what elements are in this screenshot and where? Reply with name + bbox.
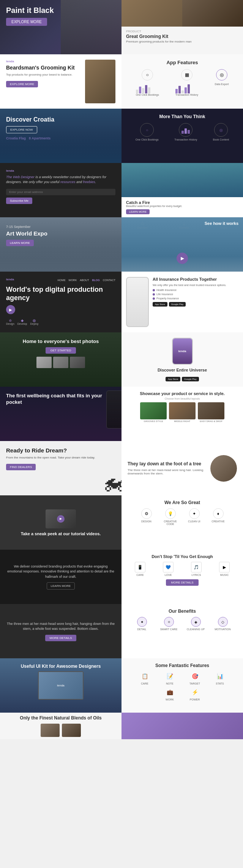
cleaning-icon: ◈ — [191, 617, 201, 627]
fantastic-label-3: TARGET — [183, 682, 206, 685]
nav-links: HOME WORK ABOUT BLOG CONTACT — [58, 279, 115, 281]
history-icon: ▦ — [181, 69, 193, 81]
creative2-label: CREATIVE — [208, 520, 229, 523]
benefit-4: ◇ MOTIVATION — [210, 617, 235, 631]
thumb-2 — [53, 357, 68, 368]
insurance-text: All Insurance Products Together We only … — [153, 277, 238, 327]
laptop-brand: lenda — [57, 684, 65, 687]
googleplay-btn[interactable]: Google Play — [169, 302, 186, 307]
discover-croatia-section: Discover Croatia EXPLORE NOW Croatia Fla… — [0, 109, 122, 163]
insurance-section: All Insurance Products Together We only … — [122, 272, 243, 332]
moto-desc: From the mountains to the open road. Tak… — [6, 455, 115, 460]
oil-img-2 — [62, 724, 81, 737]
product-image-top — [122, 0, 243, 27]
stat-2-label: Develop — [17, 323, 27, 325]
newsletter-text: The Web Designer is a weekly newsletter … — [6, 175, 115, 184]
tutorial-play-icon[interactable]: ▶ — [57, 515, 65, 523]
fire-learn-btn[interactable]: LEARN MORE — [126, 209, 150, 214]
showcase-style-1: GROOVES STYLE — [140, 402, 167, 425]
nav-blog[interactable]: BLOG — [92, 279, 99, 281]
features-title: App Features — [128, 60, 237, 65]
universe-appstore[interactable]: App Store — [166, 377, 180, 381]
row-9: 🏍 Ready to Ride Dream? From the mountain… — [0, 441, 243, 495]
expo-learn-btn[interactable]: LEARN MORE — [6, 240, 34, 246]
more-than-think-section: More Than You Think ○ One Click Bookings… — [122, 109, 243, 163]
threemen-btn[interactable]: MORE DETAILS — [45, 635, 77, 641]
export-label: Data Export — [215, 83, 229, 85]
fantastic-label-5: WORK — [158, 698, 181, 701]
insurance-1-label: Health Insurance — [156, 289, 177, 291]
care-icon: 📱 — [135, 562, 145, 572]
store-buttons: App Store Google Play — [153, 302, 238, 307]
brand-logo: lenda — [6, 60, 81, 63]
grooming-explore-btn[interactable]: EXPLORE MORE — [6, 81, 38, 87]
bookings-label: One Click Bookings — [136, 93, 159, 96]
discover-universe-section: lenda Discover Entire Universe App Store… — [122, 332, 243, 387]
more-title: More Than You Think — [128, 114, 237, 119]
benefit-1: ✦ DETAIL — [129, 617, 154, 631]
fantastic-icon-4: 📊 — [215, 671, 225, 681]
bullet-1 — [153, 289, 155, 291]
moto-dealers-btn[interactable]: FIND DEALERS — [6, 464, 36, 470]
digital-agency-section: lenda HOME WORK ABOUT BLOG CONTACT World… — [0, 272, 122, 332]
great-icon-4: ♦ CREATIVE — [208, 508, 229, 525]
insurance-item-2: Life Insurance — [153, 293, 238, 296]
universe-store-btns: App Store Google Play — [166, 377, 199, 381]
fantastic-icon-5: 💼 — [165, 687, 175, 697]
row-6: lenda HOME WORK ABOUT BLOG CONTACT World… — [0, 272, 243, 332]
threemen-text: The three men at her mast-head wore long… — [6, 621, 115, 632]
dontstop-details-btn[interactable]: MORE DETAILS — [166, 579, 199, 586]
oils-images — [5, 724, 117, 737]
creative-icon: 💡 — [165, 508, 176, 519]
nav-about[interactable]: ABOUT — [80, 279, 89, 281]
agency-play-btn[interactable]: ▶ — [6, 305, 15, 314]
row-14-right — [122, 713, 243, 739]
nav-work[interactable]: WORK — [69, 279, 77, 281]
fire-image — [122, 163, 243, 197]
oils-title: Only the Finest Natural Blends of Oils — [5, 715, 117, 721]
dontstop-title: Don't Stop 'Til You Get Enough — [126, 554, 238, 559]
great-icon-2: 💡 CREATIVE CODE — [160, 508, 181, 525]
bullet-3 — [153, 297, 155, 300]
croatia-title: Discover Croatia — [6, 116, 115, 123]
product-label: Product — [126, 30, 238, 33]
explore-button[interactable]: EXPLORE MORE — [6, 18, 47, 26]
cleanui-label: CLEAN UI — [184, 520, 205, 523]
universe-googleplay[interactable]: Google Play — [182, 377, 199, 381]
oil-img-1 — [41, 724, 60, 737]
detail-label: DETAIL — [129, 628, 154, 631]
row-5: 7-15 September Art World Expo LEARN MORE… — [0, 217, 243, 272]
cleanui-icon: ✦ — [189, 508, 200, 519]
branding-learn-btn[interactable]: LEARN MORE — [47, 582, 75, 590]
newsletter-brand: lenda — [6, 169, 115, 172]
fantastic-label-1: CARE — [133, 682, 156, 685]
works-title: See how it works — [205, 221, 238, 226]
benefits-title: Our Benefits — [126, 609, 238, 614]
appstore-btn[interactable]: App Store — [153, 302, 167, 307]
benefit-2: ✧ SMART CARE — [156, 617, 181, 631]
email-input[interactable] — [6, 189, 115, 195]
feature-export: ◎ Data Export — [215, 69, 229, 96]
nav-home[interactable]: HOME — [58, 279, 66, 281]
stat-1-label: Design — [6, 323, 14, 325]
fire-desc: Beautiful waterfront properties for ever… — [126, 205, 238, 207]
fantastic-icon-2: 📝 — [165, 671, 175, 681]
row-14: Only the Finest Natural Blends of Oils — [0, 713, 243, 739]
branding-text: We deliver considered branding products … — [6, 564, 115, 580]
style-2-label: MIDDLE RIGHT — [169, 420, 196, 422]
photos-started-btn[interactable]: GET STARTED — [46, 347, 76, 354]
design-icon: ⚙ — [141, 508, 152, 519]
stat-2-num: ◈ — [17, 319, 27, 323]
laydown-desc: The three men at her mast-head wore long… — [128, 468, 206, 475]
row-3: Discover Croatia EXPLORE NOW Croatia Fla… — [0, 109, 243, 163]
subscribe-button[interactable]: Subscribe Me — [6, 198, 32, 204]
stat-3: ◎ Deploy — [30, 319, 38, 325]
fantastic-icon-1: 📋 — [140, 671, 150, 681]
hero-image — [61, 0, 122, 54]
showcase-title: Showcase your product or service in styl… — [126, 391, 238, 396]
insurance-item-3: Property Insurance — [153, 297, 238, 300]
nav-contact[interactable]: CONTACT — [103, 279, 115, 281]
stat-2: ◈ Develop — [17, 319, 27, 325]
play-button[interactable]: ▶ — [177, 253, 188, 264]
fantastic-grid: 📋 CARE 📝 NOTE 🎯 TARGET 📊 STATS 💼 WORK ⚡ — [126, 671, 238, 701]
